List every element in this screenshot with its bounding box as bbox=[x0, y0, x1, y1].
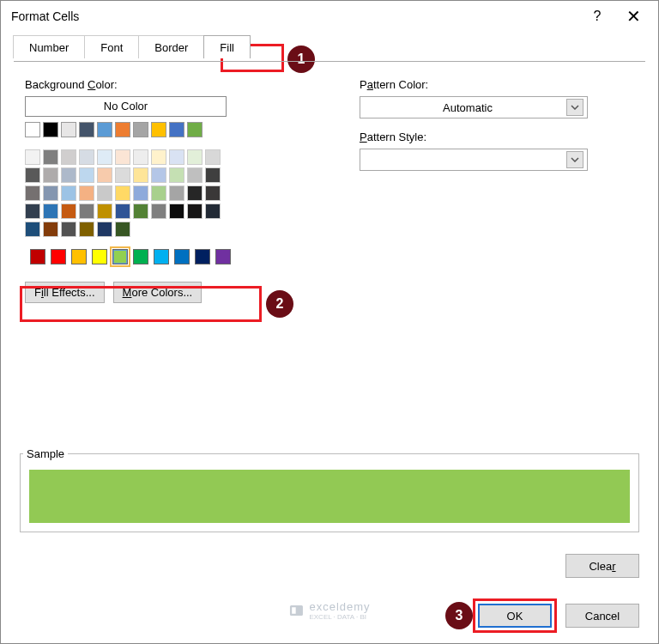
color-swatch[interactable] bbox=[151, 149, 166, 165]
tab-strip: Number Font Border Fill bbox=[1, 35, 658, 61]
close-icon[interactable]: ✕ bbox=[615, 3, 651, 29]
chevron-down-icon bbox=[566, 151, 583, 168]
content-area: Background Color: No Color 2 Fill Effect… bbox=[1, 61, 658, 303]
color-swatch[interactable] bbox=[169, 204, 184, 219]
standard-color-swatch[interactable] bbox=[92, 249, 107, 264]
cancel-button[interactable]: Cancel bbox=[565, 604, 639, 628]
color-swatch[interactable] bbox=[25, 149, 40, 165]
color-swatch[interactable] bbox=[61, 185, 76, 201]
color-swatch[interactable] bbox=[97, 222, 112, 237]
color-swatch[interactable] bbox=[25, 204, 40, 219]
standard-color-swatch[interactable] bbox=[195, 249, 210, 264]
color-swatch[interactable] bbox=[115, 167, 130, 183]
color-swatch[interactable] bbox=[151, 204, 166, 219]
color-swatch[interactable] bbox=[79, 185, 94, 201]
color-swatch[interactable] bbox=[169, 167, 184, 183]
help-icon[interactable]: ? bbox=[579, 3, 615, 29]
sample-label: Sample bbox=[23, 447, 68, 460]
color-swatch[interactable] bbox=[97, 185, 112, 201]
color-swatch[interactable] bbox=[25, 122, 40, 137]
standard-color-swatch[interactable] bbox=[133, 249, 148, 264]
pattern-color-select[interactable]: Automatic bbox=[360, 96, 588, 118]
color-swatch[interactable] bbox=[79, 149, 94, 165]
color-swatch[interactable] bbox=[115, 122, 130, 137]
standard-color-swatch[interactable] bbox=[154, 249, 169, 264]
color-swatch[interactable] bbox=[133, 122, 148, 137]
sample-box bbox=[20, 453, 639, 532]
watermark-brand: exceldemy bbox=[309, 600, 370, 613]
format-cells-dialog: Format Cells ? ✕ Number Font Border Fill… bbox=[0, 0, 659, 644]
svg-rect-1 bbox=[292, 607, 296, 614]
color-swatch[interactable] bbox=[97, 167, 112, 183]
left-column: Background Color: No Color 2 Fill Effect… bbox=[25, 78, 334, 303]
color-swatch[interactable] bbox=[187, 122, 203, 137]
color-swatch[interactable] bbox=[115, 222, 130, 237]
theme-colors-row bbox=[25, 122, 222, 137]
dialog-title: Format Cells bbox=[11, 9, 579, 23]
standard-color-swatch[interactable] bbox=[51, 249, 66, 264]
color-swatch[interactable] bbox=[79, 222, 94, 237]
standard-color-swatch[interactable] bbox=[215, 249, 231, 264]
color-swatch[interactable] bbox=[79, 122, 94, 137]
color-swatch[interactable] bbox=[151, 185, 166, 201]
watermark: exceldemy EXCEL · DATA · BI bbox=[288, 600, 370, 621]
standard-color-swatch[interactable] bbox=[112, 249, 128, 264]
color-swatch[interactable] bbox=[133, 185, 148, 201]
color-swatch[interactable] bbox=[97, 149, 112, 165]
color-swatch[interactable] bbox=[187, 185, 203, 201]
color-swatch[interactable] bbox=[97, 122, 112, 137]
color-swatch[interactable] bbox=[205, 185, 221, 201]
color-swatch[interactable] bbox=[25, 222, 40, 237]
color-swatch[interactable] bbox=[205, 149, 221, 165]
color-swatch[interactable] bbox=[115, 149, 130, 165]
color-swatch[interactable] bbox=[133, 149, 148, 165]
color-swatch[interactable] bbox=[151, 167, 166, 183]
tab-fill[interactable]: Fill bbox=[203, 35, 251, 58]
tab-font[interactable]: Font bbox=[84, 35, 139, 58]
color-swatch[interactable] bbox=[61, 167, 76, 183]
ok-button[interactable]: OK bbox=[478, 604, 552, 628]
color-swatch[interactable] bbox=[79, 167, 94, 183]
more-colors-button[interactable]: More Colors... bbox=[113, 282, 203, 303]
tab-border[interactable]: Border bbox=[138, 35, 204, 58]
color-swatch[interactable] bbox=[187, 167, 203, 183]
pattern-style-select[interactable] bbox=[360, 149, 588, 171]
standard-color-swatch[interactable] bbox=[71, 249, 87, 264]
standard-color-swatch[interactable] bbox=[174, 249, 190, 264]
color-swatch[interactable] bbox=[169, 185, 184, 201]
pattern-color-value: Automatic bbox=[369, 101, 566, 114]
bottom-button-row: OK Cancel bbox=[478, 604, 639, 628]
no-color-button[interactable]: No Color bbox=[25, 96, 227, 117]
color-swatch[interactable] bbox=[43, 185, 58, 201]
color-swatch[interactable] bbox=[115, 185, 130, 201]
color-swatch[interactable] bbox=[25, 167, 40, 183]
titlebar: Format Cells ? ✕ bbox=[1, 1, 658, 32]
clear-button[interactable]: Clear bbox=[565, 554, 639, 578]
color-swatch[interactable] bbox=[133, 167, 148, 183]
color-swatch[interactable] bbox=[151, 122, 166, 137]
color-swatch[interactable] bbox=[43, 204, 58, 219]
color-swatch[interactable] bbox=[205, 204, 221, 219]
color-swatch[interactable] bbox=[169, 149, 184, 165]
color-swatch[interactable] bbox=[43, 222, 58, 237]
color-swatch[interactable] bbox=[43, 149, 58, 165]
color-swatch[interactable] bbox=[61, 122, 76, 137]
bg-color-label: Background Color: bbox=[25, 78, 334, 91]
color-swatch[interactable] bbox=[133, 204, 148, 219]
color-swatch[interactable] bbox=[169, 122, 184, 137]
color-swatch[interactable] bbox=[79, 204, 94, 219]
color-swatch[interactable] bbox=[97, 204, 112, 219]
color-swatch[interactable] bbox=[43, 167, 58, 183]
tab-number[interactable]: Number bbox=[13, 35, 85, 58]
color-swatch[interactable] bbox=[25, 185, 40, 201]
color-swatch[interactable] bbox=[61, 149, 76, 165]
color-swatch[interactable] bbox=[187, 204, 203, 219]
color-swatch[interactable] bbox=[61, 204, 76, 219]
color-swatch[interactable] bbox=[115, 204, 130, 219]
fill-effects-button[interactable]: Fill Effects... bbox=[25, 282, 105, 303]
color-swatch[interactable] bbox=[187, 149, 203, 165]
color-swatch[interactable] bbox=[43, 122, 58, 137]
color-swatch[interactable] bbox=[61, 222, 76, 237]
standard-color-swatch[interactable] bbox=[30, 249, 45, 264]
color-swatch[interactable] bbox=[205, 167, 221, 183]
